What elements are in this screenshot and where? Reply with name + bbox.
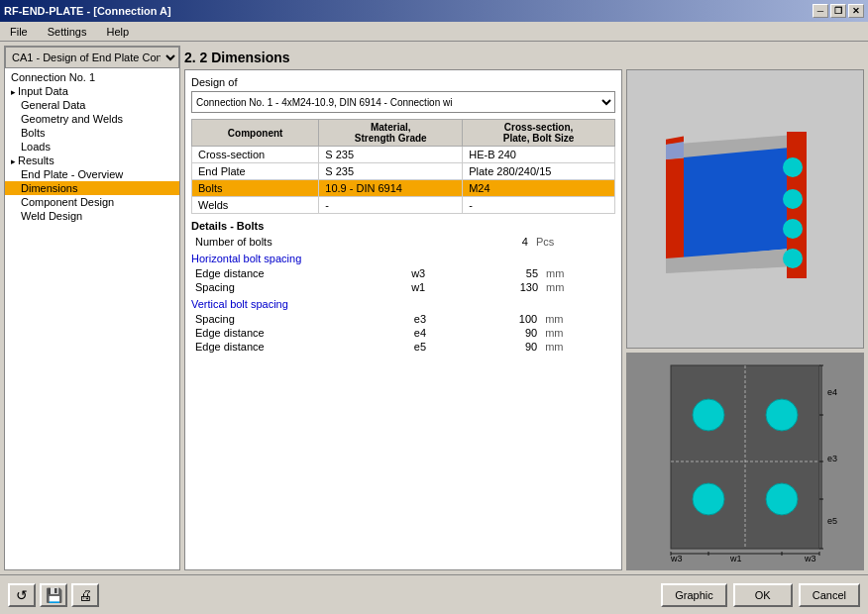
cell-material: 10.9 - DIN 6914 <box>319 180 463 197</box>
detail-unit: mm <box>542 280 615 294</box>
cell-cross: - <box>463 197 615 214</box>
cell-cross: M24 <box>463 180 615 197</box>
detail-value: 55 <box>469 266 542 280</box>
tree-input-data[interactable]: ▸Input Data <box>5 84 179 98</box>
horizontal-spacing-table: Edge distance w3 55 mm Spacing w1 130 mm <box>191 266 615 294</box>
bottom-bar: ↺ 💾 🖨 Graphic OK Cancel <box>0 574 868 614</box>
cancel-button[interactable]: Cancel <box>799 583 860 607</box>
cell-component: End Plate <box>192 163 319 180</box>
connection-label: Connection No. 1 <box>5 70 179 84</box>
cell-cross: HE-B 240 <box>463 147 615 163</box>
title-bar: RF-END-PLATE - [Connection A] ─ ❐ ✕ <box>0 0 868 22</box>
tree-section: Connection No. 1 ▸Input Data General Dat… <box>5 68 179 225</box>
detail-label: Spacing <box>191 280 407 294</box>
graphics-panel: e4 e3 e5 w3 w1 w3 <box>626 69 864 570</box>
svg-text:w3: w3 <box>670 554 683 563</box>
detail-row: Number of bolts 4 Pcs <box>191 235 615 249</box>
print-icon: 🖨 <box>78 587 92 603</box>
bottom-left-buttons: ↺ 💾 🖨 <box>8 583 99 607</box>
tree-weld-design[interactable]: Weld Design <box>5 209 179 223</box>
menu-help[interactable]: Help <box>100 25 135 39</box>
detail-table: Number of bolts 4 Pcs <box>191 235 615 249</box>
svg-marker-2 <box>684 148 790 258</box>
restore-button[interactable]: ❐ <box>830 4 846 18</box>
ok-button[interactable]: OK <box>733 583 793 607</box>
cell-material: S 235 <box>319 163 463 180</box>
connection-dropdown[interactable]: CA1 - Design of End Plate Conn <box>5 47 179 68</box>
svg-text:e3: e3 <box>827 454 837 463</box>
detail-label: Edge distance <box>191 326 410 340</box>
svg-marker-9 <box>666 142 684 159</box>
close-button[interactable]: ✕ <box>848 4 864 18</box>
detail-value: 130 <box>469 280 542 294</box>
right-panel: 2. 2 Dimensions Design of Connection No.… <box>184 46 864 570</box>
detail-label: Edge distance <box>191 266 407 280</box>
tree-end-plate-overview[interactable]: End Plate - Overview <box>5 167 179 181</box>
2d-view: e4 e3 e5 w3 w1 w3 <box>626 353 864 570</box>
detail-label: Edge distance <box>191 340 410 354</box>
bottom-right-buttons: Graphic OK Cancel <box>661 583 860 607</box>
svg-text:w3: w3 <box>804 554 816 563</box>
detail-symbol: w1 <box>407 280 469 294</box>
svg-point-14 <box>766 399 798 431</box>
graphic-button[interactable]: Graphic <box>661 583 727 607</box>
svg-point-5 <box>783 157 803 177</box>
title-bar-buttons: ─ ❐ ✕ <box>813 4 864 18</box>
print-button[interactable]: 🖨 <box>71 583 99 607</box>
detail-unit: Pcs <box>532 235 615 249</box>
refresh-icon: ↺ <box>16 587 28 603</box>
detail-unit: mm <box>541 340 615 354</box>
detail-row: Edge distance w3 55 mm <box>191 266 615 280</box>
tree-component-design[interactable]: Component Design <box>5 195 179 209</box>
menu-file[interactable]: File <box>4 25 34 39</box>
cell-component: Welds <box>192 197 319 214</box>
detail-value: 100 <box>467 312 541 326</box>
3d-diagram <box>636 120 854 298</box>
vertical-spacing-heading: Vertical bolt spacing <box>191 298 615 310</box>
tree-geometry-welds[interactable]: Geometry and Welds <box>5 112 179 126</box>
svg-text:e5: e5 <box>827 516 837 526</box>
detail-value: 4 <box>488 235 532 249</box>
tree-bolts[interactable]: Bolts <box>5 126 179 140</box>
refresh-button[interactable]: ↺ <box>8 583 36 607</box>
2d-diagram: e4 e3 e5 w3 w1 w3 <box>631 356 859 568</box>
tree-general-data[interactable]: General Data <box>5 98 179 112</box>
panel-title: 2. 2 Dimensions <box>184 46 864 69</box>
save-button[interactable]: 💾 <box>40 583 67 607</box>
col-component: Component <box>192 120 319 147</box>
left-panel: CA1 - Design of End Plate Conn Connectio… <box>4 46 180 570</box>
detail-row: Edge distance e4 90 mm <box>191 326 615 340</box>
tree-expand-icon: ▸ <box>11 87 16 97</box>
svg-text:e4: e4 <box>827 387 837 397</box>
tree-loads[interactable]: Loads <box>5 140 179 154</box>
detail-symbol: e5 <box>410 340 468 354</box>
menu-settings[interactable]: Settings <box>42 25 93 39</box>
detail-label: Spacing <box>191 312 410 326</box>
tree-dimensions[interactable]: Dimensions <box>5 181 179 195</box>
cell-component: Bolts <box>192 180 319 197</box>
vertical-spacing-table: Spacing e3 100 mm Edge distance e4 90 mm… <box>191 312 615 354</box>
design-of-dropdown[interactable]: Connection No. 1 - 4xM24-10.9, DIN 6914 … <box>191 91 615 113</box>
detail-label: Number of bolts <box>191 235 462 249</box>
detail-unit: mm <box>542 266 615 280</box>
3d-view <box>626 69 864 349</box>
table-row: Cross-section S 235 HE-B 240 <box>192 147 615 163</box>
detail-symbol <box>462 235 488 249</box>
detail-symbol: e3 <box>410 312 468 326</box>
table-row-bolts: Bolts 10.9 - DIN 6914 M24 <box>192 180 615 197</box>
table-row: Welds - - <box>192 197 615 214</box>
col-cross-section: Cross-section,Plate, Bolt Size <box>463 120 615 147</box>
svg-point-7 <box>783 219 803 239</box>
detail-row: Edge distance e5 90 mm <box>191 340 615 354</box>
data-panel: Design of Connection No. 1 - 4xM24-10.9,… <box>184 69 622 570</box>
svg-text:w1: w1 <box>729 554 742 563</box>
cell-material: S 235 <box>319 147 463 163</box>
svg-point-15 <box>693 483 724 515</box>
detail-symbol: e4 <box>410 326 468 340</box>
save-icon: 💾 <box>46 587 62 603</box>
window-title: RF-END-PLATE - [Connection A] <box>4 5 171 17</box>
minimize-button[interactable]: ─ <box>813 4 828 18</box>
cell-cross: Plate 280/240/15 <box>463 163 615 180</box>
tree-results[interactable]: ▸Results <box>5 154 179 167</box>
detail-symbol: w3 <box>407 266 469 280</box>
